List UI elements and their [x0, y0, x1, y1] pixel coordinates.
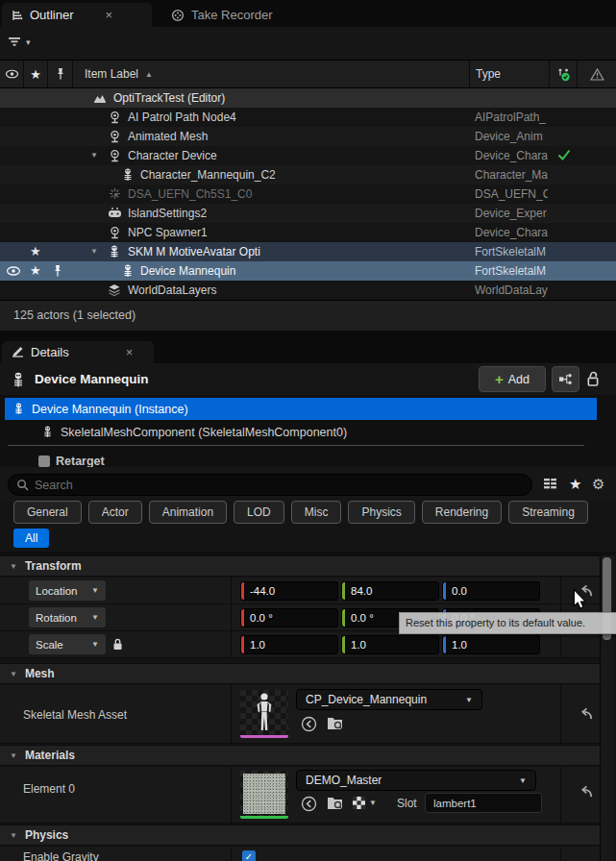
chip-rendering[interactable]: Rendering	[422, 501, 502, 524]
element-0-label: Element 0	[23, 782, 75, 796]
location-y-field[interactable]: 84.0	[341, 581, 439, 601]
column-visibility[interactable]	[0, 61, 24, 87]
filter-chevron-down-icon[interactable]: ▾	[26, 37, 31, 47]
chip-general[interactable]: General	[13, 501, 82, 524]
tree-row-actor-selected[interactable]: ★ Device Mannequin FortSkeletalM	[0, 261, 616, 281]
scale-dropdown[interactable]: Scale▼	[29, 634, 106, 654]
scale-x-field[interactable]: 1.0	[240, 635, 338, 654]
close-icon[interactable]: ×	[126, 345, 134, 359]
component-row-instance-selected[interactable]: Device Mannequin (Instance)	[5, 398, 597, 420]
tree-row-actor[interactable]: ▼ Character Device Device_Chara	[0, 146, 616, 165]
chip-all-active[interactable]: All	[13, 529, 49, 548]
skeletal-mesh-thumbnail[interactable]	[240, 690, 288, 738]
mouse-cursor	[573, 589, 587, 610]
outliner-tree: OptiTrackTest (Editor) AI Patrol Path No…	[0, 88, 616, 300]
skeletal-mesh-asset-combo[interactable]: CP_Device_Mannequin▼	[296, 689, 482, 710]
favorites-star-icon[interactable]: ★	[569, 476, 581, 493]
tree-row-actor[interactable]: IslandSettings2 Device_Exper	[0, 204, 616, 223]
pinned-pin-icon[interactable]	[53, 264, 62, 278]
location-dropdown[interactable]: Location▼	[29, 580, 106, 601]
column-pin[interactable]	[48, 61, 73, 87]
filter-icon[interactable]	[8, 36, 21, 48]
reset-to-default-icon[interactable]	[577, 706, 594, 722]
add-button[interactable]: + Add	[479, 366, 546, 392]
use-selected-asset-icon[interactable]	[301, 796, 317, 812]
skeletal-mesh-icon	[42, 426, 53, 438]
column-type[interactable]: Type	[470, 61, 550, 87]
material-thumbnail[interactable]	[240, 771, 288, 819]
section-materials[interactable]: ▼ Materials	[0, 745, 603, 766]
favorite-star-icon[interactable]: ★	[30, 263, 41, 278]
tree-row-actor[interactable]: Animated Mesh Device_Anim	[0, 127, 616, 146]
location-x-field[interactable]: -44.0	[240, 581, 338, 601]
rotation-dropdown[interactable]: Rotation▼	[29, 607, 106, 627]
tab-outliner-label: Outliner	[30, 8, 74, 22]
tree-row-actor[interactable]: DSA_UEFN_Ch5S1_C0 DSA_UEFN_C	[0, 184, 616, 204]
chip-physics[interactable]: Physics	[348, 501, 414, 524]
column-source-control[interactable]	[550, 61, 578, 87]
section-transform[interactable]: ▼ Transform	[0, 555, 603, 577]
column-warnings[interactable]	[578, 61, 616, 87]
chip-actor[interactable]: Actor	[88, 501, 142, 524]
tab-details[interactable]: Details ×	[2, 341, 154, 363]
unlock-icon[interactable]	[586, 370, 600, 387]
component-icon	[38, 455, 50, 467]
rotation-x-field[interactable]: 0.0 °	[240, 608, 338, 627]
tree-row-actor[interactable]: Character_Mannequin_C2 Character_Ma	[0, 165, 616, 184]
expander-arrow-icon[interactable]: ▼	[90, 242, 98, 261]
chevron-down-icon: ▼	[91, 586, 99, 595]
column-item-label[interactable]: Item Label ▲	[73, 61, 470, 87]
tree-row-actor[interactable]: WorldDataLayers WorldDataLay	[0, 281, 616, 300]
blueprint-hierarchy-button[interactable]	[552, 366, 579, 392]
use-selected-asset-icon[interactable]	[301, 716, 317, 732]
tab-take-recorder[interactable]: Take Recorder	[161, 3, 283, 27]
browse-to-asset-icon[interactable]	[327, 796, 343, 810]
close-icon[interactable]: ×	[106, 8, 113, 22]
location-z-field[interactable]: 0.0	[442, 581, 540, 601]
display-options-grid-icon[interactable]	[543, 478, 557, 490]
selected-actor-title: Device Mannequin	[35, 372, 149, 386]
instance-row-label: Device Mannequin (Instance)	[32, 403, 188, 416]
tree-row-level[interactable]: OptiTrackTest (Editor)	[0, 88, 616, 108]
component-row-clipped[interactable]: Retarget	[0, 452, 597, 467]
actor-count-text: 125 actors (1 selected)	[13, 308, 136, 322]
property-row-location: Location▼ -44.0 84.0 0.0	[0, 578, 603, 604]
node-graph-icon	[558, 373, 573, 385]
tab-outliner[interactable]: Outliner ×	[2, 3, 152, 27]
details-search[interactable]	[8, 474, 532, 496]
material-asset-combo[interactable]: DEMO_Master▼	[296, 770, 536, 791]
source-control-icon	[556, 67, 571, 82]
outliner-footer: 125 actors (1 selected)	[0, 300, 616, 331]
chip-lod[interactable]: LOD	[234, 501, 284, 524]
section-physics[interactable]: ▼ Physics	[0, 824, 603, 846]
expander-arrow-icon[interactable]: ▼	[90, 146, 98, 165]
chip-misc[interactable]: Misc	[291, 501, 342, 524]
component-row-skeletal-mesh[interactable]: SkeletalMeshComponent (SkeletalMeshCompo…	[0, 421, 597, 443]
scale-y-field[interactable]: 1.0	[341, 635, 439, 654]
column-favorite[interactable]: ★	[24, 61, 48, 87]
enable-gravity-checkbox[interactable]: ✓	[242, 850, 256, 861]
details-settings-gear-icon[interactable]: ⚙	[592, 476, 604, 493]
reset-to-default-icon[interactable]	[577, 784, 594, 800]
details-header: Device Mannequin + Add	[0, 363, 616, 395]
tree-row-actor[interactable]: AI Patrol Path Node4 AIPatrolPath_	[0, 108, 616, 127]
favorite-star-icon[interactable]: ★	[30, 244, 41, 258]
chip-animation[interactable]: Animation	[149, 501, 227, 524]
scale-z-field[interactable]: 1.0	[442, 635, 540, 654]
chevron-down-icon: ▼	[91, 613, 99, 622]
visibility-eye-icon[interactable]	[6, 266, 21, 276]
gamepad-icon	[108, 207, 122, 219]
texture-checker-icon[interactable]	[353, 797, 365, 809]
property-row-enable-gravity: Enable Gravity ✓	[0, 847, 603, 861]
lock-icon[interactable]	[112, 638, 123, 651]
skeletal-mesh-icon	[109, 245, 120, 258]
tree-row-actor-selected-secondary[interactable]: ★ ▼ SKM M MotiveAvatar Opti FortSkeletal…	[0, 242, 616, 261]
details-search-input[interactable]	[35, 479, 524, 492]
section-mesh[interactable]: ▼ Mesh	[0, 663, 603, 684]
tree-row-actor[interactable]: NPC Spawner1 Device_Chara	[0, 223, 616, 242]
outliner-column-header: ★ Item Label ▲ Type	[0, 60, 616, 88]
slot-name-input[interactable]	[425, 793, 542, 813]
browse-to-asset-icon[interactable]	[327, 716, 343, 730]
chip-streaming[interactable]: Streaming	[508, 501, 588, 524]
chevron-down-icon[interactable]: ▼	[369, 799, 377, 807]
